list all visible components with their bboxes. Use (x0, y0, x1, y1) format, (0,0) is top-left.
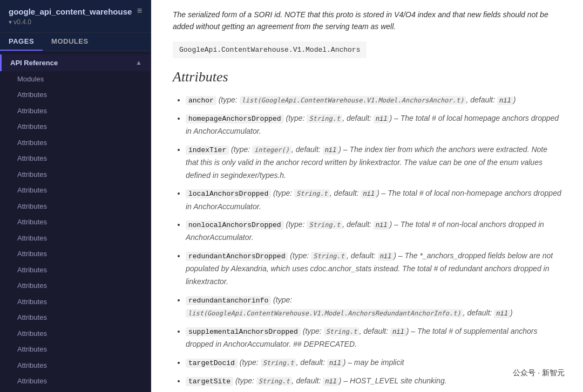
nav-item-15[interactable]: Attributes (0, 310, 151, 326)
attr-name-9: targetSite (186, 377, 233, 386)
attr-meta-1: (type: String.t, default: nil) (284, 114, 394, 122)
attr-name-6: redundantanchorinfo (186, 296, 271, 305)
attr-meta-3: (type: String.t, default: nil) (271, 189, 381, 197)
nav-section-label: API Reference (10, 59, 58, 67)
nav-section-header-api-reference[interactable]: API Reference ▲ (0, 54, 151, 71)
attr-default-6: nil (494, 310, 510, 318)
nav-item-19[interactable]: Attributes (0, 373, 151, 389)
attr-name-7: supplementalAnchorsDropped (186, 327, 301, 336)
attribute-item-7: supplementalAnchorsDropped (type: String… (186, 325, 561, 351)
main-content: The serialized form of a SORI id. NOTE t… (151, 0, 583, 392)
attribute-item-6: redundantanchorinfo (type: list(GoogleAp… (186, 294, 561, 320)
sidebar-collapse-button[interactable]: ≡ (137, 6, 142, 15)
nav-item-1[interactable]: Attributes (0, 87, 151, 103)
attribute-item-2: indexTier (type: integer(), default: nil… (186, 143, 561, 182)
attribute-item-4: nonlocalAnchorsDropped (type: String.t, … (186, 218, 561, 244)
attr-meta-7: (type: String.t, default: nil) (301, 327, 411, 335)
nav-item-17[interactable]: Attributes (0, 341, 151, 357)
sidebar-tabs: PAGES MODULES (0, 33, 151, 51)
attr-default-0: nil (497, 97, 513, 105)
sidebar-nav: API Reference ▲ ModulesAttributesAttribu… (0, 51, 151, 393)
tab-pages[interactable]: PAGES (0, 33, 43, 51)
attr-meta-9: (type: String.t, default: nil) (233, 376, 343, 385)
class-ref-top: GoogleApi.ContentWarehouse.V1.Model.Anch… (173, 42, 367, 58)
attr-name-5: redundantAnchorsDropped (186, 252, 288, 261)
attr-default-7: nil (390, 328, 406, 336)
nav-item-2[interactable]: Attributes (0, 103, 151, 119)
nav-section-api-reference: API Reference ▲ ModulesAttributesAttribu… (0, 51, 151, 393)
watermark: 公众号 · 新智元 (505, 365, 572, 381)
attr-desc-8: – may be implicit (348, 358, 404, 367)
attr-default-9: nil (323, 377, 339, 386)
attr-default-3: nil (361, 190, 377, 198)
nav-item-6[interactable]: Attributes (0, 167, 151, 183)
nav-item-11[interactable]: Attributes (0, 246, 151, 262)
attr-desc-9: – HOST_LEVEL site chunking. (343, 376, 446, 385)
sidebar-header: google_api_content_warehouse ▾ v0.4.0 ≡ (0, 0, 151, 33)
nav-item-12[interactable]: Attributes (0, 262, 151, 278)
nav-item-9[interactable]: Attributes (0, 214, 151, 230)
nav-items-list: ModulesAttributesAttributesAttributesAtt… (0, 71, 151, 393)
intro-text: The serialized form of a SORI id. NOTE t… (173, 9, 561, 33)
nav-item-18[interactable]: Attributes (0, 357, 151, 374)
attr-name-0: anchor (186, 96, 216, 105)
attr-default-5: nil (378, 252, 394, 261)
nav-item-10[interactable]: Attributes (0, 230, 151, 246)
attr-meta-5: (type: String.t, default: nil) (288, 251, 398, 260)
attr-meta-0: (type: list(GoogleApi.ContentWarehouse.V… (216, 95, 516, 104)
attr-default-4: nil (374, 221, 390, 230)
nav-item-3[interactable]: Attributes (0, 119, 151, 135)
content-area: The serialized form of a SORI id. NOTE t… (151, 0, 583, 392)
section-title: Attributes (173, 69, 561, 85)
nav-item-14[interactable]: Attributes (0, 294, 151, 310)
attr-name-1: homepageAnchorsDropped (186, 114, 284, 123)
attr-name-8: targetDocid (186, 359, 238, 368)
attr-default-2: nil (323, 146, 339, 155)
nav-item-16[interactable]: Attributes (0, 326, 151, 342)
attr-default-1: nil (374, 115, 390, 123)
attributes-list: anchor (type: list(GoogleApi.ContentWare… (173, 94, 561, 392)
attr-meta-8: (type: String.t, default: nil) (238, 358, 348, 367)
nav-item-20[interactable]: Attributes (0, 389, 151, 393)
attr-name-2: indexTier (186, 146, 229, 155)
attr-meta-2: (type: integer(), default: nil) (229, 145, 343, 154)
sidebar-version: ▾ v0.4.0 (9, 18, 132, 26)
nav-item-0[interactable]: Modules (0, 71, 151, 87)
tab-modules[interactable]: MODULES (43, 33, 97, 51)
nav-item-8[interactable]: Attributes (0, 198, 151, 215)
chevron-up-icon: ▲ (135, 59, 142, 66)
attribute-item-5: redundantAnchorsDropped (type: String.t,… (186, 250, 561, 288)
attribute-item-8: targetDocid (type: String.t, default: ni… (186, 356, 561, 369)
attribute-item-1: homepageAnchorsDropped (type: String.t, … (186, 112, 561, 138)
nav-item-5[interactable]: Attributes (0, 150, 151, 167)
nav-item-4[interactable]: Attributes (0, 135, 151, 151)
sidebar-title: google_api_content_warehouse (9, 6, 132, 17)
attribute-item-9: targetSite (type: String.t, default: nil… (186, 375, 561, 388)
attribute-item-3: localAnchorsDropped (type: String.t, def… (186, 187, 561, 213)
nav-item-7[interactable]: Attributes (0, 182, 151, 198)
attr-default-8: nil (327, 359, 343, 368)
attr-name-4: nonlocalAnchorsDropped (186, 221, 284, 230)
nav-item-13[interactable]: Attributes (0, 278, 151, 294)
sidebar: google_api_content_warehouse ▾ v0.4.0 ≡ … (0, 0, 151, 392)
attr-meta-4: (type: String.t, default: nil) (284, 220, 394, 229)
attribute-item-0: anchor (type: list(GoogleApi.ContentWare… (186, 94, 561, 107)
attr-name-3: localAnchorsDropped (186, 189, 271, 198)
